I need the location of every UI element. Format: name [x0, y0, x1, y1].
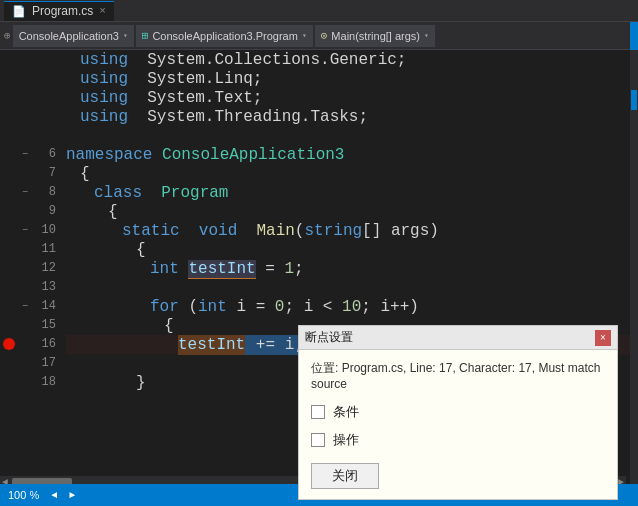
line-num-5: [32, 126, 60, 145]
scroll-right-status[interactable]: ►: [69, 490, 75, 501]
scroll-left-status[interactable]: ◄: [51, 490, 57, 501]
code-line-6: namespace ConsoleApplication3: [66, 145, 638, 164]
fold-cell-12: [18, 259, 32, 278]
line-num-13: 13: [32, 278, 60, 297]
line-num-17: 17: [32, 354, 60, 373]
code-line-7: {: [66, 164, 638, 183]
code-line-11: {: [66, 240, 638, 259]
bp-panel-title: 断点设置: [305, 329, 353, 346]
line-num-16: 16: [32, 335, 60, 354]
fold-class[interactable]: −: [18, 183, 32, 202]
bp-panel-body: 位置: Program.cs, Line: 17, Character: 17,…: [299, 350, 617, 499]
fold-cell-4: [18, 107, 32, 126]
class-label: ConsoleApplication3.Program: [152, 30, 298, 42]
bp-panel-header: 断点设置 ×: [299, 326, 617, 350]
namespace-dropdown[interactable]: ConsoleApplication3 ▾: [13, 25, 134, 47]
code-line-3: using System.Text;: [66, 88, 638, 107]
method-dropdown[interactable]: ⊙ Main(string[] args) ▾: [315, 25, 435, 47]
method-icon: ⊙: [321, 29, 328, 42]
fold-cell-3: [18, 88, 32, 107]
fold-cell-2: [18, 69, 32, 88]
code-line-12: int testInt = 1;: [66, 259, 638, 278]
fold-cell-9: [18, 202, 32, 221]
fold-for[interactable]: −: [18, 297, 32, 316]
line-num-12: 12: [32, 259, 60, 278]
code-line-10: static void Main(string[] args): [66, 221, 638, 240]
fold-namespace[interactable]: −: [18, 145, 32, 164]
fold-cell-5: [18, 126, 32, 145]
file-tab[interactable]: 📄 Program.cs ×: [4, 1, 114, 21]
dropdown3-arrow: ▾: [424, 31, 429, 40]
navigation-bar: ⊕ ConsoleApplication3 ▾ ⊞ ConsoleApplica…: [0, 22, 638, 50]
fold-cell-7: [18, 164, 32, 183]
code-line-1: using System.Collections.Generic;: [66, 50, 638, 69]
code-line-5: [66, 126, 638, 145]
condition-checkbox[interactable]: [311, 405, 325, 419]
line-num-1: [32, 50, 60, 69]
line-num-8: 8: [32, 183, 60, 202]
tab-close-button[interactable]: ×: [99, 5, 106, 17]
action-checkbox[interactable]: [311, 433, 325, 447]
bp-action-row: 操作: [311, 431, 605, 449]
code-line-13: [66, 278, 638, 297]
line-num-9: 9: [32, 202, 60, 221]
bp-buttons: 关闭: [311, 459, 605, 489]
line-num-11: 11: [32, 240, 60, 259]
line-num-6: 6: [32, 145, 60, 164]
class-dropdown[interactable]: ⊞ ConsoleApplication3.Program ▾: [136, 25, 313, 47]
scrollbar-thumb[interactable]: [631, 90, 637, 110]
line-num-7: 7: [32, 164, 60, 183]
bp-info-text: 位置: Program.cs, Line: 17, Character: 17,…: [311, 360, 605, 391]
line-num-18: 18: [32, 373, 60, 392]
fold-cell-1: [18, 50, 32, 69]
code-line-14: for (int i = 0; i < 10; i++): [66, 297, 638, 316]
title-bar: 📄 Program.cs ×: [0, 0, 638, 22]
line-num-4: [32, 107, 60, 126]
scrollbar-vertical[interactable]: [630, 50, 638, 506]
fold-cell-15: [18, 316, 32, 335]
fold-cell-13: [18, 278, 32, 297]
dropdown1-arrow: ▾: [123, 31, 128, 40]
condition-label: 条件: [333, 403, 359, 421]
code-line-8: class Program: [66, 183, 638, 202]
line-num-3: [32, 88, 60, 107]
tab-label: Program.cs: [32, 4, 93, 18]
breakpoint-dot[interactable]: [3, 338, 15, 350]
breakpoint-panel: 断点设置 × 位置: Program.cs, Line: 17, Charact…: [298, 325, 618, 500]
bp-panel-close-button[interactable]: ×: [595, 330, 611, 346]
fold-cell-16: [18, 335, 32, 354]
nav-icon-left: ⊕: [4, 29, 11, 42]
namespace-label: ConsoleApplication3: [19, 30, 119, 42]
action-label: 操作: [333, 431, 359, 449]
fold-cell-11: [18, 240, 32, 259]
code-editor[interactable]: − − − − 6 7 8 9 10 11 12: [0, 50, 638, 506]
zoom-level: 100 %: [8, 489, 39, 501]
method-label: Main(string[] args): [331, 30, 420, 42]
fold-method[interactable]: −: [18, 221, 32, 240]
code-line-2: using System.Linq;: [66, 69, 638, 88]
code-line-4: using System.Threading.Tasks;: [66, 107, 638, 126]
line-num-15: 15: [32, 316, 60, 335]
line-num-10: 10: [32, 221, 60, 240]
line-num-14: 14: [32, 297, 60, 316]
code-line-9: {: [66, 202, 638, 221]
bp-condition-row: 条件: [311, 403, 605, 421]
line-num-2: [32, 69, 60, 88]
dropdown2-arrow: ▾: [302, 31, 307, 40]
bp-close-button[interactable]: 关闭: [311, 463, 379, 489]
class-icon: ⊞: [142, 29, 149, 42]
